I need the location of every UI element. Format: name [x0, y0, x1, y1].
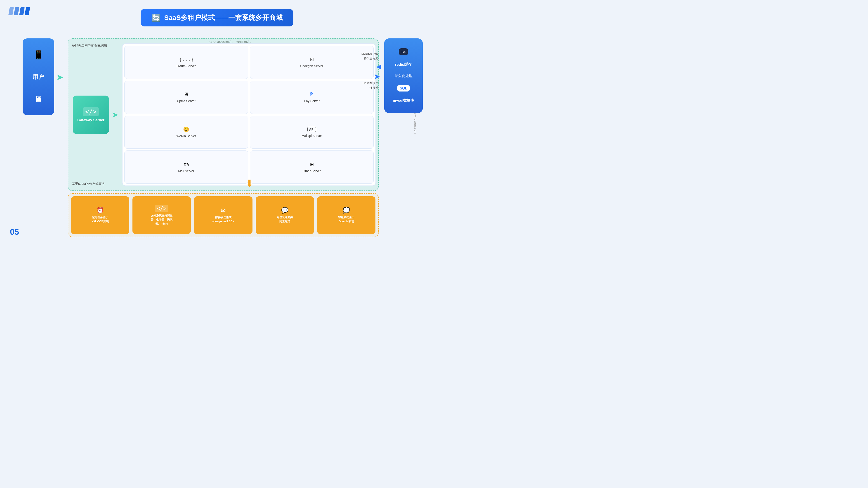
- mallapi-server-cell: API Mallapi Server: [250, 116, 374, 149]
- box2-icon: </>: [155, 205, 168, 212]
- arrow-user-gateway: ➤: [56, 72, 64, 82]
- bottom-section: ⏰ 定时任务基于XXL-JOB实现 </> 文件系统支持阿里云、七牛云、腾讯云、…: [68, 193, 379, 237]
- arrow-down-orange: ⬇: [245, 177, 254, 189]
- phone-icon: 📱: [33, 50, 44, 60]
- mall-server-cell: 🛍 Mall Server: [124, 151, 248, 184]
- upms-label: Upms Server: [177, 99, 195, 103]
- user-label: 用户: [33, 73, 44, 81]
- codegen-icon: ⊡: [310, 57, 314, 62]
- persist-label: 持久化处理: [395, 74, 412, 78]
- arrow-grid-right: ➤: [374, 72, 380, 81]
- mall-label: Mall Server: [178, 169, 194, 173]
- page-number: 05: [10, 227, 19, 237]
- gateway-icon: </>: [83, 107, 99, 116]
- weixin-server-cell: 😊 Weixin Server: [124, 116, 248, 149]
- bottom-box-container: ⏰ 定时任务基于XXL-JOB实现 </> 文件系统支持阿里云、七牛云、腾讯云、…: [68, 193, 379, 237]
- bottom-box-4: 💬 短信发送支持阿里短信: [256, 196, 314, 234]
- logo-bar-1: [8, 7, 14, 15]
- bottom-box-2: </> 文件系统支持阿里云、七牛云、腾讯云、minio: [132, 196, 191, 234]
- bottom-box-3: ✉ 邮件发送集成oh-my-email SDK: [194, 196, 252, 234]
- server-grid: {...} OAuth Server ⊡ Codegen Server 🖥 Up…: [122, 43, 376, 186]
- mysql-label: mysql数据库: [393, 98, 414, 103]
- codegen-server-cell: ⊡ Codegen Server: [250, 46, 374, 79]
- pay-server-cell: ₱ Pay Server: [250, 80, 374, 114]
- monitor-icon: 🖥: [34, 94, 43, 104]
- user-panel: 📱 用户 🖥: [23, 38, 54, 115]
- mallapi-icon: API: [307, 127, 316, 132]
- box5-icon: 💭: [343, 207, 350, 214]
- logo-bar-4: [25, 7, 30, 15]
- codegen-label: Codegen Server: [300, 64, 323, 68]
- gateway-label: Gateway Server: [77, 118, 104, 122]
- seata-label: 基于seata的分布式事务: [72, 182, 105, 186]
- mallapi-label: Mallapi Server: [302, 134, 322, 138]
- pay-label: Pay Server: [304, 99, 320, 103]
- box2-label: 文件系统支持阿里云、七牛云、腾讯云、minio: [151, 214, 173, 226]
- bottom-box-1: ⏰ 定时任务基于XXL-JOB实现: [71, 196, 129, 234]
- logo: [9, 7, 29, 15]
- arrow-gateway-grid: ➤: [112, 110, 119, 120]
- box3-icon: ✉: [221, 207, 226, 214]
- gateway-box: </> Gateway Server: [73, 96, 109, 134]
- mall-icon: 🛍: [184, 162, 189, 167]
- feign-label: 各服务之间feign相互调用: [72, 43, 107, 47]
- box3-label: 邮件发送集成oh-my-email SDK: [212, 215, 235, 223]
- sql-icon: SQL: [397, 85, 410, 92]
- title-banner-icon: 🔄: [151, 13, 160, 22]
- title-banner-text: SaaS多租户模式——一套系统多开商城: [164, 13, 282, 22]
- arrow-left-mybatis: ◀: [376, 63, 381, 70]
- oauth-icon: {...}: [179, 57, 194, 62]
- box4-icon: 💬: [281, 207, 288, 214]
- weixin-label: Weixin Server: [176, 134, 196, 138]
- box4-label: 短信发送支持阿里短信: [277, 215, 293, 223]
- pay-icon: ₱: [310, 92, 313, 97]
- oauth-server-cell: {...} OAuth Server: [124, 46, 248, 79]
- logo-bar-2: [14, 7, 19, 15]
- redis-icon: re:: [399, 48, 408, 55]
- main-diagram: 📱 用户 🖥 ➤ 各服务之间feign相互调用 基于seata的分布式事务 </…: [23, 23, 423, 237]
- upms-server-cell: 🖥 Upms Server: [124, 80, 248, 114]
- logo-bar-3: [19, 7, 25, 15]
- bottom-box-5: 💭 客服系统基于OpenIM实现: [317, 196, 375, 234]
- other-server-cell: ⊞ Other Server: [250, 151, 374, 184]
- weixin-icon: 😊: [183, 127, 189, 132]
- mybatis-label: MyBatis Plus 持久层框架: [362, 52, 378, 61]
- box1-icon: ⏰: [96, 207, 104, 214]
- upms-icon: 🖥: [184, 92, 189, 97]
- druid-label: Druid数据库 连接池: [363, 81, 378, 90]
- right-panel: re: redis缓存 持久化处理 SQL mysql数据库: [384, 38, 423, 113]
- oauth-label: OAuth Server: [177, 64, 196, 68]
- other-label: Other Server: [303, 169, 321, 173]
- redis-label: redis缓存: [395, 62, 412, 67]
- other-icon: ⊞: [310, 162, 314, 167]
- box5-label: 客服系统基于OpenIM实现: [338, 215, 354, 223]
- middle-box: 各服务之间feign相互调用 基于seata的分布式事务 </> Gateway…: [68, 38, 379, 191]
- box1-label: 定时任务基于XXL-JOB实现: [92, 215, 109, 223]
